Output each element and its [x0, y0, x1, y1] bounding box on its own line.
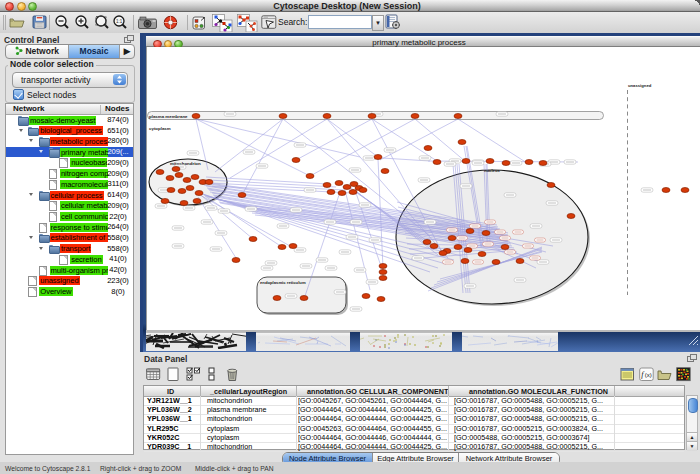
svg-text:1:1: 1:1 — [116, 19, 123, 24]
svg-text:endoplasmic reticulum: endoplasmic reticulum — [260, 280, 306, 285]
svg-text:(x): (x) — [645, 372, 652, 378]
svg-text:cytoplasm: cytoplasm — [149, 126, 171, 131]
svg-text:nucleus: nucleus — [484, 168, 500, 173]
svg-text:plasma membrane: plasma membrane — [149, 114, 188, 119]
svg-text:unassigned: unassigned — [628, 83, 652, 88]
